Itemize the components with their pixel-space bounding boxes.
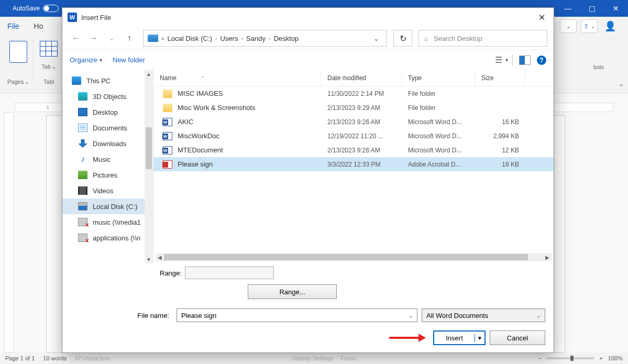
insert-dropdown-button[interactable]: ▼ (475, 335, 484, 341)
tree-item-local-disk[interactable]: Local Disk (C:) (62, 198, 153, 214)
file-name: Please sign (178, 160, 213, 168)
tree-item-desktop[interactable]: Desktop (62, 104, 153, 120)
column-header-date[interactable]: Date modified (321, 70, 402, 86)
autosave-label: AutoSave (13, 5, 40, 12)
ribbon-group-tables[interactable]: Tab ⌄ Tabl (36, 39, 62, 85)
file-row[interactable]: Please sign3/3/2022 12:33 PMAdobe Acroba… (153, 157, 554, 171)
tree-item-music[interactable]: ♪Music (62, 151, 153, 167)
hscroll-thumb[interactable] (164, 254, 528, 260)
file-row[interactable]: MISC IMAGES11/30/2022 2:14 PMFile folder (153, 86, 554, 101)
zoom-slider[interactable] (547, 357, 594, 359)
file-row[interactable]: AKIC2/13/2023 9:26 AMMicrosoft Word D...… (153, 115, 554, 129)
refresh-button[interactable]: ↻ (393, 30, 412, 47)
account-icon[interactable]: 👤 (602, 19, 619, 33)
column-header-size[interactable]: Size (475, 70, 525, 86)
file-row[interactable]: MTEDocument2/13/2023 9:26 AMMicrosoft Wo… (153, 143, 554, 157)
zoom-in-icon[interactable]: + (599, 355, 602, 361)
tree-item-pictures[interactable]: Pictures (62, 167, 153, 183)
cancel-button[interactable]: Cancel (490, 330, 545, 345)
zoom-percent[interactable]: 100% (608, 355, 623, 361)
downloads-icon (78, 139, 87, 148)
filename-label: File name: (62, 312, 172, 319)
tree-item-videos[interactable]: Videos (62, 183, 153, 198)
dialog-close-button[interactable]: ✕ (530, 8, 554, 27)
status-page[interactable]: Page 1 of 1 (5, 355, 35, 361)
help-button[interactable]: ? (537, 56, 546, 65)
tab-home[interactable]: Ho (34, 22, 43, 30)
range-button[interactable]: Range... (248, 284, 337, 299)
zoom-out-icon[interactable]: − (538, 355, 542, 361)
share-button[interactable]: ⇪ ⌄ (581, 19, 598, 33)
scroll-up-icon[interactable]: ▲ (145, 70, 153, 78)
file-name: AKIC (178, 118, 193, 126)
scroll-right-icon[interactable]: ▶ (543, 255, 552, 260)
nav-recent-dropdown[interactable]: ⌄ (104, 31, 119, 46)
dialog-button-row: Insert ▼ Cancel (62, 327, 554, 352)
column-header-name[interactable]: Name⌃ (153, 70, 321, 86)
preview-pane-button[interactable] (519, 56, 531, 65)
tree-item-3d-objects[interactable]: 3D Objects (62, 89, 153, 104)
ribbon-symbols-label: bols (593, 64, 604, 70)
new-folder-button[interactable]: New folder (113, 56, 145, 64)
scroll-left-icon[interactable]: ◀ (156, 255, 164, 260)
folder-icon (163, 90, 172, 98)
folder-tree[interactable]: This PC 3D Objects Desktop Documents Dow… (62, 70, 153, 263)
breadcrumb[interactable]: « Local Disk (C:) › Users › Sandy › Desk… (143, 30, 387, 47)
file-row[interactable]: Misc Work & Screenshots2/13/2023 9:29 AM… (153, 101, 554, 115)
horizontal-scrollbar[interactable]: ◀ ▶ (156, 253, 552, 261)
column-header-type[interactable]: Type (402, 70, 475, 86)
dialog-title-bar: W Insert File ✕ (62, 8, 554, 27)
status-chars[interactable]: 97 characters (75, 355, 110, 361)
tree-item-this-pc[interactable]: This PC (62, 73, 153, 89)
scroll-down-icon[interactable]: ▼ (145, 255, 153, 263)
ribbon-collapse-icon[interactable]: ⌃ (619, 83, 624, 91)
insert-file-dialog: W Insert File ✕ ← → ⌄ ↑ « Local Disk (C:… (62, 7, 554, 353)
filename-combo[interactable]: Please sign ⌄ (177, 308, 417, 322)
nav-back-button[interactable]: ← (69, 31, 83, 46)
view-options-button[interactable]: ☰ ▾ (496, 54, 513, 66)
file-size: 19 KB (475, 161, 525, 168)
insert-split-button[interactable]: Insert ▼ (433, 330, 486, 345)
file-type-filter[interactable]: All Word Documents ⌄ (422, 308, 545, 322)
insert-button[interactable]: Insert (434, 334, 475, 342)
status-display-settings[interactable]: Display Settings (292, 355, 333, 361)
chevron-down-icon[interactable]: ⌄ (536, 313, 541, 318)
network-drive-icon (78, 218, 87, 226)
nav-up-button[interactable]: ↑ (122, 31, 137, 46)
scroll-thumb[interactable] (146, 127, 152, 169)
tree-item-documents[interactable]: Documents (62, 120, 153, 136)
ribbon-group-pages[interactable]: Pages ⌄ (3, 39, 34, 85)
tree-item-network-apps[interactable]: applications (\\n (62, 230, 153, 246)
autosave-toggle[interactable] (43, 5, 59, 12)
tab-file[interactable]: File (7, 22, 19, 30)
window-maximize-icon[interactable]: ▢ (580, 0, 604, 17)
search-input[interactable]: ⌕ Search Desktop (418, 30, 547, 47)
breadcrumb-part[interactable]: Users (220, 35, 238, 42)
organize-menu[interactable]: Organize ▾ (70, 56, 102, 64)
status-words[interactable]: 10 words (43, 355, 67, 361)
status-focus[interactable]: Focus (340, 355, 356, 361)
range-input[interactable] (185, 267, 274, 279)
breadcrumb-part[interactable]: Sandy (246, 35, 266, 42)
chevron-down-icon[interactable]: ⌄ (409, 313, 413, 318)
search-placeholder: Search Desktop (434, 35, 482, 42)
file-row[interactable]: MiscWorkDoc12/19/2022 11:20 ...Microsoft… (153, 129, 554, 143)
window-close-icon[interactable]: ✕ (604, 0, 628, 17)
disk-icon (78, 202, 87, 211)
tree-item-downloads[interactable]: Downloads (62, 136, 153, 151)
breadcrumb-dropdown-icon[interactable]: ⌄ (370, 35, 382, 42)
nav-forward-button: → (86, 31, 101, 46)
sort-indicator-icon: ⌃ (201, 75, 205, 81)
ribbon-dropdown-button[interactable]: ⌄ (560, 19, 577, 33)
pages-icon (9, 41, 27, 63)
tree-scrollbar[interactable]: ▲ ▼ (145, 70, 153, 263)
breadcrumb-part[interactable]: Desktop (274, 35, 299, 42)
file-date: 12/19/2022 11:20 ... (321, 133, 402, 140)
ruler-vertical[interactable] (4, 112, 14, 352)
window-minimize-icon[interactable]: ― (556, 0, 580, 17)
file-list[interactable]: MISC IMAGES11/30/2022 2:14 PMFile folder… (153, 86, 554, 253)
drive-icon (148, 35, 158, 42)
file-list-header[interactable]: Name⌃ Date modified Type Size (153, 70, 554, 86)
breadcrumb-part[interactable]: Local Disk (C:) (168, 35, 212, 42)
tree-item-network-music[interactable]: music (\\media1 (62, 214, 153, 230)
